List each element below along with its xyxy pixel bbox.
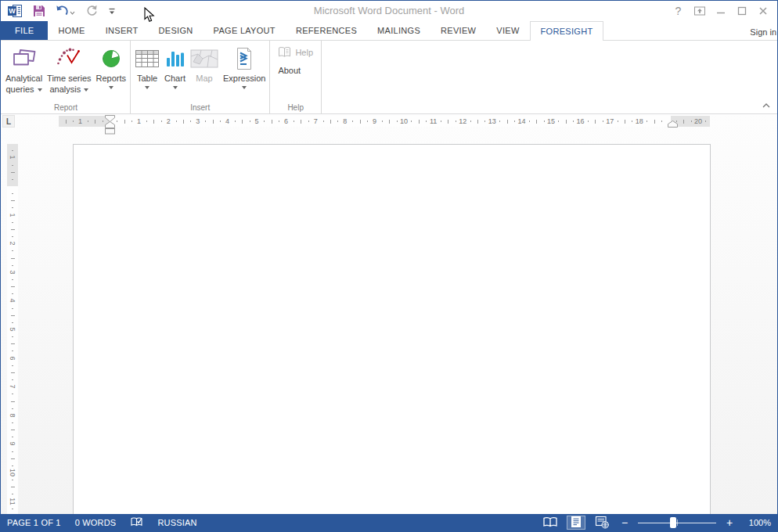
sign-in-link[interactable]: Sign in — [750, 27, 776, 37]
undo-button[interactable] — [54, 3, 77, 19]
web-layout-button[interactable] — [593, 516, 611, 530]
collapse-ribbon-button[interactable] — [761, 102, 772, 110]
close-button[interactable] — [752, 3, 773, 19]
zoom-level[interactable]: 100% — [743, 518, 771, 527]
zoom-slider-handle[interactable] — [670, 517, 676, 528]
ribbon-button-help-label: Help — [295, 48, 313, 57]
ruler-tick — [691, 120, 692, 122]
ribbon-button-map-label: Map — [196, 73, 212, 84]
ruler-tick — [264, 120, 265, 122]
v-ruler-number: 7 — [9, 385, 16, 389]
ribbon-button-reports[interactable]: Reports — [94, 42, 129, 90]
zoom-slider[interactable] — [638, 517, 716, 528]
ruler-tick — [12, 308, 13, 309]
maximize-button[interactable] — [731, 3, 752, 19]
vertical-ruler[interactable]: 11234567891011 — [7, 144, 18, 514]
analytical-queries-icon — [11, 45, 38, 73]
dropdown-arrow-icon[interactable] — [70, 4, 75, 18]
v-ruler-number: 6 — [9, 356, 16, 360]
tab-references[interactable]: REFERENCES — [286, 21, 367, 40]
ribbon-button-map[interactable]: Map — [188, 42, 221, 84]
customize-quick-access-button[interactable] — [106, 3, 117, 19]
tab-file[interactable]: FILE — [1, 21, 48, 40]
h-ruler-number: 2 — [167, 117, 171, 125]
document-page[interactable] — [73, 144, 711, 514]
ruler-tick — [397, 120, 398, 122]
ruler-tick — [12, 293, 13, 294]
tab-view[interactable]: VIEW — [486, 21, 529, 40]
window-controls: ? — [668, 3, 777, 19]
tab-strip: FILEHOMEINSERTDESIGNPAGE LAYOUTREFERENCE… — [1, 21, 603, 40]
ruler-tick — [683, 120, 684, 124]
ruler-tick — [88, 120, 88, 122]
h-ruler-number: 18 — [636, 117, 643, 125]
language-indicator[interactable]: RUSSIAN — [157, 518, 196, 527]
ribbon-button-time-series-analysis-label: Time seriesanalysis — [47, 73, 91, 95]
ribbon-button-expression[interactable]: Expression — [221, 42, 268, 90]
ruler-tick — [12, 350, 13, 351]
dropdown-caret-icon — [38, 88, 42, 92]
ruler-tick — [456, 120, 456, 122]
left-indent-marker[interactable] — [105, 128, 115, 135]
ruler-tick — [12, 451, 13, 452]
ruler-tick — [389, 120, 390, 124]
ribbon-button-about[interactable]: About — [276, 63, 315, 78]
ruler-tick — [595, 120, 596, 124]
ribbon-button-time-series-analysis[interactable]: Time seriesanalysis — [45, 42, 93, 95]
ruler-tick — [11, 258, 15, 259]
horizontal-ruler[interactable]: 112345678910111213141516171820 — [59, 116, 710, 127]
proofing-status-button[interactable] — [130, 516, 143, 529]
dropdown-caret-icon — [84, 88, 88, 92]
ruler-tick — [12, 494, 13, 494]
ribbon-button-analytical-queries[interactable]: Analyticalqueries — [3, 42, 45, 95]
ruler-tick — [382, 120, 383, 122]
repeat-icon — [85, 5, 98, 17]
word-app-button[interactable]: W — [6, 3, 24, 19]
right-indent-marker[interactable] — [668, 120, 678, 128]
ribbon-button-help[interactable]: Help — [276, 45, 315, 60]
ruler-tick — [12, 408, 13, 409]
minimize-button[interactable] — [710, 3, 731, 19]
ruler-tick — [12, 193, 13, 194]
tab-foresight[interactable]: FORESIGHT — [530, 21, 604, 41]
word-window: W Microsoft Word Document - Word ? FILEH… — [0, 0, 778, 532]
print-layout-button[interactable] — [567, 516, 585, 530]
ribbon-button-table[interactable]: Table — [132, 42, 162, 90]
zoom-out-button[interactable]: − — [620, 516, 629, 529]
v-ruler-number: 9 — [9, 442, 16, 446]
read-mode-button[interactable] — [541, 516, 560, 530]
tab-home[interactable]: HOME — [48, 21, 95, 40]
ruler-tick — [12, 422, 13, 423]
ruler-tick — [12, 236, 13, 237]
tab-design[interactable]: DESIGN — [149, 21, 204, 40]
h-ruler-number: 12 — [459, 117, 466, 125]
ruler-tick — [242, 120, 243, 124]
zoom-slider-center-notch — [677, 519, 678, 526]
ruler-tick — [12, 165, 13, 166]
ribbon-button-about-label: About — [278, 66, 301, 75]
ruler-tick — [12, 179, 13, 180]
tab-mailings[interactable]: MAILINGS — [367, 21, 430, 40]
ruler-tick — [11, 458, 15, 459]
page-indicator[interactable]: PAGE 1 OF 1 — [7, 518, 61, 527]
tab-review[interactable]: REVIEW — [430, 21, 486, 40]
repeat-button[interactable] — [84, 3, 99, 19]
ruler-tick — [12, 279, 13, 280]
help-book-icon — [278, 46, 291, 59]
ruler-tick — [632, 120, 632, 122]
tab-page-layout[interactable]: PAGE LAYOUT — [204, 21, 286, 40]
ribbon-button-chart-label: Chart — [164, 73, 185, 84]
status-bar: PAGE 1 OF 1 0 WORDS RUSSIAN − + 100% — [1, 514, 777, 531]
tab-selector-button[interactable]: L — [2, 115, 15, 128]
help-button[interactable]: ? — [668, 3, 689, 19]
v-ruler-number: 1 — [9, 156, 16, 160]
ribbon-button-chart[interactable]: Chart — [162, 42, 188, 90]
ruler-tick — [12, 509, 13, 509]
ruler-tick — [12, 437, 13, 437]
word-count[interactable]: 0 WORDS — [75, 518, 117, 527]
tab-insert[interactable]: INSERT — [95, 21, 149, 40]
save-button[interactable] — [31, 3, 47, 19]
ruler-tick — [308, 120, 309, 122]
ribbon-display-options-button[interactable] — [689, 3, 710, 19]
zoom-in-button[interactable]: + — [725, 516, 734, 529]
